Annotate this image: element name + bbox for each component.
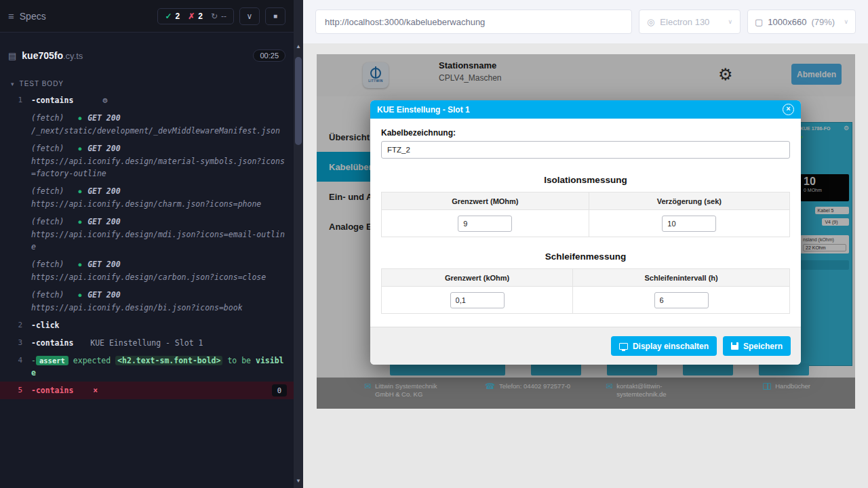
fetch-status: GET 200: [87, 144, 120, 153]
loop-heading: Schleifenmessung: [381, 251, 790, 262]
fetch-label: (fetch): [31, 260, 64, 269]
log-fetch-row[interactable]: (fetch) ● GET 200 https://api.iconify.de…: [0, 256, 294, 286]
cypress-reporter: ≡ Specs ✓ 2 ✗ 2 ↻ -- ∨ ■ ▤ kue705fo.cy.t…: [0, 0, 294, 488]
monitor-icon: [619, 343, 628, 350]
command-log: 1 -contains ⚙ (fetch) ● GET 200 /_next/s…: [0, 92, 294, 399]
suite-header[interactable]: ▾ TEST BODY: [0, 77, 294, 92]
screen-icon: ▢: [755, 17, 763, 27]
command-name: -click: [31, 321, 60, 330]
command-name: -contains: [31, 338, 73, 348]
modal-body: Kabelbezeichnung: Isolationsmessung Gren…: [370, 119, 801, 327]
viewport-zoom: (79%): [811, 17, 835, 27]
fetch-label: (fetch): [31, 290, 64, 300]
app-under-test: LITTWIN Stationsname CPLV4_Maschen ⚙ Abm…: [317, 54, 855, 409]
specs-menu-icon: ≡: [8, 10, 14, 22]
gear-icon: ⚙: [102, 96, 107, 105]
modal-footer: Display einschalten Speichern: [370, 327, 801, 365]
assert-tail: to be: [227, 356, 251, 365]
chevron-down-icon: ∨: [247, 12, 253, 21]
line-number: 1: [0, 94, 31, 106]
loop-col-intervall: Schleifenintervall (h): [573, 269, 790, 287]
save-label: Speichern: [743, 342, 783, 351]
cable-name-input[interactable]: [381, 141, 790, 159]
passed-count: 2: [176, 12, 180, 21]
fetch-label: (fetch): [31, 113, 64, 123]
log-command-assert[interactable]: 4 -assert expected <h2.text-sm.font-bold…: [0, 352, 294, 382]
assert-expected: expected: [73, 356, 111, 365]
iso-verzoegerung-input[interactable]: [662, 216, 716, 232]
failed-count: 2: [198, 12, 203, 21]
log-fetch-row[interactable]: (fetch) ● GET 200 https://api.iconify.de…: [0, 213, 294, 256]
specs-button[interactable]: ≡ Specs: [8, 10, 46, 22]
stop-tests-button[interactable]: ■: [265, 7, 285, 25]
collapse-button[interactable]: ∨: [239, 7, 260, 25]
log-fetch-row[interactable]: (fetch) ● GET 200 https://api.iconify.de…: [0, 140, 294, 182]
spec-name: kue705fo.cy.ts: [22, 50, 83, 61]
caret-down-icon: ▾: [11, 81, 15, 87]
isolation-table: Grenzwert (MOhm) Verzögerung (sek): [381, 192, 790, 237]
status-dot-icon: ●: [78, 146, 81, 152]
fetch-url: /_next/static/development/_devMiddleware…: [31, 125, 287, 137]
refresh-icon: ↻: [211, 12, 218, 21]
modal-header: KUE Einstellung - Slot 1 ×: [370, 100, 801, 119]
viewport-size: 1000x660: [768, 17, 806, 27]
fetch-url: https://api.iconify.design/mdi.json?icon…: [31, 228, 287, 253]
loop-grenzwert-input[interactable]: [450, 292, 505, 308]
log-command-contains-1[interactable]: 1 -contains ⚙: [0, 92, 294, 109]
reporter-scrollbar[interactable]: ▲ ▼: [294, 0, 303, 488]
fetch-label: (fetch): [31, 217, 64, 226]
spec-timer: 00:25: [253, 49, 285, 62]
status-dot-icon: ●: [78, 292, 81, 298]
log-command-failed[interactable]: 5 -contains × 0: [0, 382, 294, 399]
cross-icon: ✗: [188, 12, 195, 21]
stop-icon: ■: [273, 12, 277, 20]
url-input[interactable]: http://localhost:3000/kabelueberwachung: [315, 9, 632, 34]
browser-selector[interactable]: ◎ Electron 130 ∨: [639, 9, 741, 34]
log-command-click[interactable]: 2 -click: [0, 317, 294, 334]
display-on-button[interactable]: Display einschalten: [611, 336, 717, 356]
fetch-url: https://api.iconify.design/bi.json?icons…: [31, 302, 287, 314]
loop-col-grenzwert: Grenzwert (kOhm): [382, 269, 573, 287]
status-dot-icon: ●: [78, 115, 81, 121]
fetch-url: https://api.iconify.design/charm.json?ic…: [31, 198, 287, 210]
line-number: 5: [0, 384, 31, 396]
log-fetch-row[interactable]: (fetch) ● GET 200 /_next/static/developm…: [0, 109, 294, 140]
log-command-contains-3[interactable]: 3 -contains KUE Einstellung - Slot 1: [0, 334, 294, 352]
assert-target-element: <h2.text-sm.font-bold>: [115, 356, 222, 365]
scroll-down-icon[interactable]: ▼: [294, 478, 303, 484]
fail-count-badge: 0: [272, 384, 287, 396]
iso-col-grenzwert: Grenzwert (MOhm): [382, 192, 589, 210]
modal-title: KUE Einstellung - Slot 1: [377, 105, 470, 115]
line-number: 4: [0, 354, 31, 379]
log-fetch-row[interactable]: (fetch) ● GET 200 https://api.iconify.de…: [0, 182, 294, 213]
file-icon: ▤: [8, 51, 16, 61]
isolation-heading: Isolationsmessung: [381, 175, 790, 185]
assert-badge: assert: [36, 356, 68, 365]
fetch-status: GET 200: [87, 290, 120, 300]
chevron-down-icon: ∨: [844, 18, 848, 25]
loop-intervall-input[interactable]: [654, 292, 709, 308]
reporter-header: ≡ Specs ✓ 2 ✗ 2 ↻ -- ∨ ■: [0, 0, 294, 33]
close-icon[interactable]: ×: [783, 104, 794, 115]
specs-label: Specs: [20, 11, 46, 22]
viewport-selector[interactable]: ▢ 1000x660 (79%) ∨: [747, 9, 856, 34]
status-dot-icon: ●: [78, 262, 81, 268]
chevron-down-icon: ∨: [728, 18, 732, 25]
line-number: 3: [0, 337, 31, 349]
aut-toolbar: http://localhost:3000/kabelueberwachung …: [303, 0, 868, 43]
iso-grenzwert-input[interactable]: [458, 216, 512, 232]
spec-header[interactable]: ▤ kue705fo.cy.ts 00:25: [0, 43, 294, 68]
fetch-url: https://api.iconify.design/material-symb…: [31, 155, 287, 180]
save-button[interactable]: Speichern: [723, 336, 791, 356]
fetch-label: (fetch): [31, 186, 64, 196]
log-fetch-row[interactable]: (fetch) ● GET 200 https://api.iconify.de…: [0, 286, 294, 317]
scrollbar-thumb[interactable]: [295, 57, 302, 145]
cable-name-label: Kabelbezeichnung:: [381, 128, 790, 138]
scroll-up-icon[interactable]: ▲: [294, 43, 303, 49]
fetch-status: GET 200: [87, 186, 120, 196]
command-name: -contains: [31, 96, 73, 105]
assert-dash: -: [31, 356, 36, 365]
status-dot-icon: ●: [78, 188, 81, 195]
line-number: 2: [0, 319, 31, 331]
iso-col-verzoegerung: Verzögerung (sek): [589, 192, 789, 210]
